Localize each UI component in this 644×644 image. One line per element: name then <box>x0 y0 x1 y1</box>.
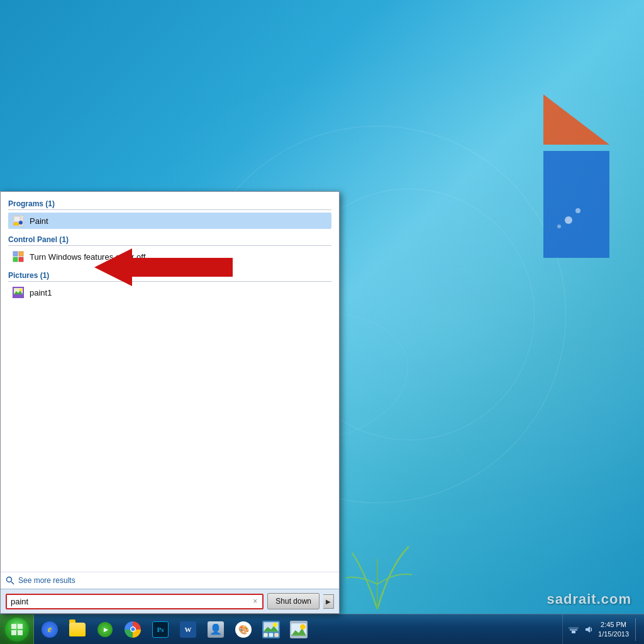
svg-marker-1 <box>543 151 609 258</box>
show-desktop-icon[interactable] <box>635 618 639 641</box>
programs-label: Programs (1) <box>8 197 331 210</box>
svg-rect-30 <box>269 633 273 636</box>
svg-rect-36 <box>572 631 575 633</box>
svg-rect-10 <box>13 252 18 256</box>
search-results: Programs (1) Paint Co <box>1 192 339 569</box>
control-panel-label: Control Panel (1) <box>8 233 331 246</box>
start-orb <box>5 618 29 641</box>
svg-rect-13 <box>19 257 23 262</box>
svg-point-7 <box>19 221 23 225</box>
svg-rect-22 <box>18 624 23 629</box>
control-panel-result-item[interactable]: Turn Windows features on or off <box>8 248 331 265</box>
svg-rect-37 <box>570 629 577 631</box>
control-panel-icon <box>12 250 25 263</box>
svg-rect-38 <box>569 627 579 629</box>
pictures-label: Pictures (1) <box>8 269 331 282</box>
shutdown-arrow-button[interactable]: ▶ <box>323 594 334 609</box>
see-more-label: See more results <box>18 576 75 585</box>
shutdown-arrow-icon: ▶ <box>326 598 331 605</box>
search-bar-area: × Shut down ▶ <box>1 589 339 613</box>
svg-point-17 <box>19 289 22 291</box>
system-tray: 2:45 PM 1/15/2013 <box>562 614 644 644</box>
svg-rect-23 <box>11 630 16 635</box>
taskbar-items: e Ps W 👤 <box>34 614 562 644</box>
shutdown-button[interactable]: Shut down <box>267 593 319 609</box>
search-icon-small <box>6 576 14 585</box>
svg-line-19 <box>11 582 14 584</box>
svg-marker-39 <box>586 626 590 633</box>
system-clock[interactable]: 2:45 PM 1/15/2013 <box>598 620 629 638</box>
folder-icon <box>69 623 86 636</box>
taskbar-icon-palette[interactable]: 🎨 <box>230 618 257 641</box>
photoshop-icon: Ps <box>152 621 169 638</box>
programs-section: Programs (1) Paint <box>8 197 331 229</box>
word-icon: W <box>180 621 196 638</box>
svg-point-2 <box>565 216 572 224</box>
pictures-item-label: paint1 <box>30 288 52 297</box>
desktop: Programs (1) Paint Co <box>0 0 644 644</box>
search-input[interactable] <box>11 597 249 606</box>
svg-rect-12 <box>13 257 18 262</box>
palette-icon: 🎨 <box>235 621 252 638</box>
control-panel-item-label: Turn Windows features on or off <box>30 252 145 262</box>
media-player-icon <box>97 622 113 637</box>
clock-time: 2:45 PM <box>598 620 629 629</box>
windows-flag-icon <box>11 623 23 636</box>
svg-rect-24 <box>18 630 23 635</box>
start-menu: Programs (1) Paint Co <box>0 191 340 614</box>
picture-icon <box>12 286 25 299</box>
gallery-icon <box>262 621 280 638</box>
taskbar: e Ps W 👤 <box>0 614 644 644</box>
taskbar-icon-gallery[interactable] <box>258 618 284 641</box>
svg-marker-0 <box>543 94 609 145</box>
shutdown-label: Shut down <box>275 597 311 606</box>
svg-rect-6 <box>14 216 20 221</box>
user-contact-icon: 👤 <box>208 621 224 638</box>
ie-icon: e <box>42 621 58 638</box>
see-more-results[interactable]: See more results <box>1 572 339 589</box>
taskbar-icon-word[interactable]: W <box>175 618 201 641</box>
search-clear-button[interactable]: × <box>252 597 258 606</box>
paint-label: Paint <box>30 216 48 226</box>
chrome-icon <box>125 621 141 638</box>
taskbar-icon-folder[interactable] <box>64 618 91 641</box>
svg-point-4 <box>557 225 561 228</box>
start-button[interactable] <box>0 614 34 645</box>
svg-point-3 <box>575 208 580 213</box>
network-tray-icon[interactable] <box>568 624 579 635</box>
photo-viewer-icon <box>290 621 308 638</box>
svg-rect-31 <box>274 633 278 636</box>
pictures-result-item[interactable]: paint1 <box>8 284 331 301</box>
svg-point-18 <box>7 577 12 582</box>
svg-rect-8 <box>14 223 19 225</box>
taskbar-icon-media[interactable] <box>92 618 118 641</box>
control-panel-section: Control Panel (1) Turn Windows features … <box>8 233 331 265</box>
svg-rect-29 <box>264 633 267 636</box>
paint-icon <box>12 214 25 227</box>
taskbar-icon-photo[interactable] <box>286 618 312 641</box>
svg-rect-21 <box>11 624 16 629</box>
svg-rect-11 <box>19 252 23 256</box>
pictures-section: Pictures (1) paint1 <box>8 269 331 301</box>
svg-point-28 <box>273 623 277 626</box>
taskbar-icon-chrome[interactable] <box>119 618 146 641</box>
watermark-text: sadrait.com <box>547 591 632 607</box>
clock-date: 1/15/2013 <box>598 630 629 638</box>
search-input-wrapper: × <box>6 594 264 609</box>
taskbar-icon-user[interactable]: 👤 <box>203 618 229 641</box>
taskbar-icon-ps[interactable]: Ps <box>147 618 174 641</box>
paint-result-item[interactable]: Paint <box>8 213 331 229</box>
volume-tray-icon[interactable] <box>583 624 594 635</box>
watermark: sadrait.com <box>547 591 632 608</box>
svg-point-35 <box>300 624 306 630</box>
windows-logo-desktop <box>477 94 609 270</box>
taskbar-icon-ie[interactable]: e <box>36 618 63 641</box>
